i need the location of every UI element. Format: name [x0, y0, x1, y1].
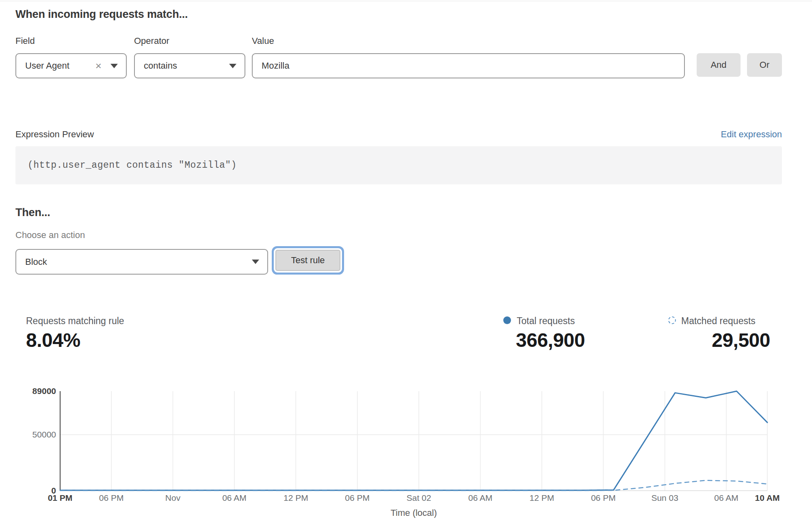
- test-rule-button[interactable]: Test rule: [275, 250, 340, 271]
- x-tick-label: 12 PM: [284, 493, 308, 502]
- x-tick-label: 06 AM: [222, 493, 247, 502]
- x-tick-label: 06 PM: [99, 493, 124, 502]
- x-tick-label: 06 AM: [468, 493, 493, 502]
- action-select[interactable]: Block: [15, 249, 268, 275]
- operator-select-value: contains: [144, 61, 177, 71]
- total-requests-line: [60, 391, 767, 490]
- then-title: Then...: [15, 206, 50, 219]
- matched-requests-dashed-circle-icon: [668, 316, 676, 324]
- x-tick-label: 01 PM: [48, 493, 73, 502]
- matched-requests-value: 29,500: [632, 329, 770, 351]
- choose-action-label: Choose an action: [15, 230, 85, 240]
- x-tick-label: Sun 03: [651, 493, 678, 502]
- value-input[interactable]: [252, 53, 685, 78]
- action-caret-icon[interactable]: [252, 260, 259, 264]
- and-button[interactable]: And: [697, 53, 741, 77]
- field-caret-icon[interactable]: [110, 64, 118, 68]
- operator-label: Operator: [134, 36, 169, 46]
- y-tick-label: 89000: [32, 386, 56, 396]
- y-tick-label: 50000: [32, 430, 56, 439]
- x-tick-label: Nov: [165, 493, 181, 502]
- total-requests-label: Total requests: [517, 316, 575, 327]
- matched-requests-label: Matched requests: [681, 316, 756, 327]
- x-tick-label: 06 PM: [345, 493, 370, 502]
- action-select-value: Block: [25, 257, 47, 267]
- field-label: Field: [15, 36, 35, 46]
- x-tick-label: 06 PM: [591, 493, 616, 502]
- expression-preview-label: Expression Preview: [15, 129, 94, 140]
- x-tick-label: 12 PM: [530, 493, 554, 502]
- x-axis-title: Time (local): [390, 508, 437, 518]
- matched-requests-line: [60, 481, 767, 491]
- requests-matching-value: 8.04%: [26, 329, 80, 351]
- requests-matching-label: Requests matching rule: [26, 316, 124, 327]
- x-tick-label: 06 AM: [714, 493, 738, 502]
- field-select-value: User Agent: [25, 61, 69, 71]
- or-button[interactable]: Or: [747, 53, 782, 77]
- rule-builder-page: When incoming requests match... Field Op…: [0, 0, 812, 526]
- x-tick-label: 10 AM: [755, 493, 780, 502]
- expression-code: (http.user_agent contains "Mozilla"): [28, 160, 237, 171]
- when-match-title: When incoming requests match...: [15, 8, 188, 21]
- edit-expression-link[interactable]: Edit expression: [721, 129, 782, 140]
- operator-select[interactable]: contains: [134, 53, 245, 78]
- value-label: Value: [252, 36, 274, 46]
- field-remove-icon[interactable]: ×: [95, 61, 102, 71]
- x-tick-label: Sat 02: [407, 493, 431, 502]
- requests-chart: 8900050000001 PM06 PMNov06 AM12 PM06 PMS…: [0, 380, 812, 526]
- expression-preview-box: (http.user_agent contains "Mozilla"): [15, 146, 782, 184]
- field-select[interactable]: User Agent ×: [15, 53, 127, 78]
- total-requests-value: 366,900: [447, 329, 585, 351]
- operator-caret-icon[interactable]: [229, 64, 236, 68]
- top-divider: [0, 1, 812, 1]
- total-requests-dot-icon: [503, 316, 511, 324]
